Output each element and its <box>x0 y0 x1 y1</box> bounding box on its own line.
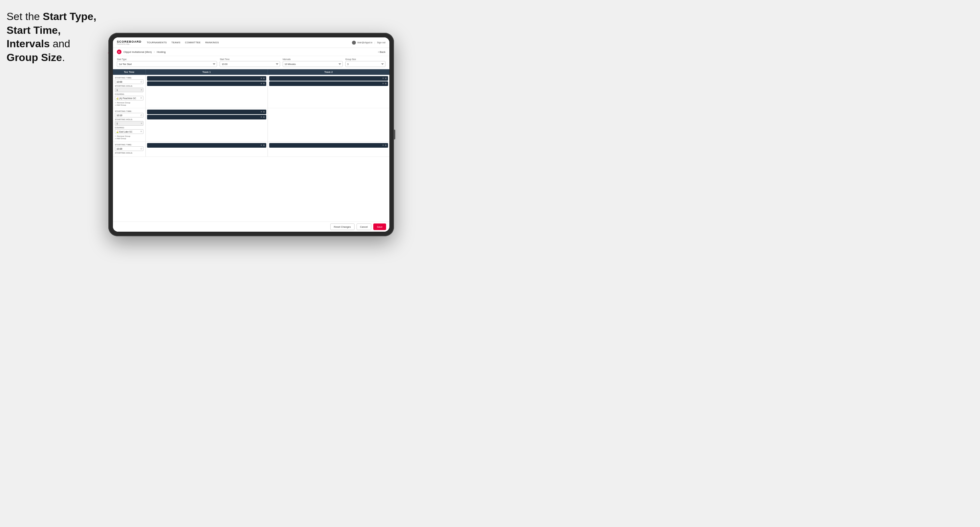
group-size-select[interactable]: 3 2 4 <box>345 61 385 67</box>
bottom-bar: Reset Changes Cancel Save <box>113 222 389 232</box>
team1-col-1: ✕ ⊕ ✕ ⊕ <box>146 75 268 108</box>
logo: SCOREBOARD Powered by clipp... <box>117 40 142 45</box>
tablet-side-button <box>394 130 395 140</box>
nav-items: TOURNAMENTS TEAMS COMMITTEE RANKINGS <box>147 40 352 44</box>
course-remove-1[interactable]: ✕ <box>140 97 142 99</box>
course-icon-2: ⛳ <box>116 130 119 133</box>
course-remove-2[interactable]: ✕ <box>140 130 142 133</box>
brand-icon: C <box>117 49 121 54</box>
player-x-5-1[interactable]: ✕ <box>260 144 262 147</box>
starting-time-input-wrap-2: ⏱ <box>115 113 143 117</box>
team2-col-3: ✕ ⊕ <box>268 142 390 157</box>
breadcrumb-tournament[interactable]: Clippd Invitational (Men) <box>123 51 152 54</box>
starting-time-input-2[interactable] <box>115 113 143 117</box>
group-size-group: Group Size 3 2 4 <box>345 58 385 67</box>
starting-time-label-3: STARTING TIME: <box>115 144 143 146</box>
player-x-3-2[interactable]: ✕ <box>260 116 262 119</box>
back-button[interactable]: ‹ Back <box>378 51 385 54</box>
clock-icon-1: ⏱ <box>140 81 143 83</box>
course-actions-2: ○ Remove Group + Add Group <box>115 135 143 140</box>
course-icon-1: ⛳ <box>116 97 119 99</box>
cancel-button[interactable]: Cancel <box>356 224 371 230</box>
nav-teams[interactable]: TEAMS <box>171 40 180 44</box>
intervals-label: Intervals <box>283 58 343 60</box>
th-tee-time: Tee Time <box>113 69 146 75</box>
player-expand-1-2[interactable]: ⊕ <box>263 83 265 85</box>
start-time-group: Start Time 10:00 10:10 <box>220 58 280 67</box>
player-row-5-1: ✕ ⊕ <box>147 143 266 148</box>
player-expand-3-1[interactable]: ⊕ <box>263 111 265 113</box>
hole-select-wrap-1: 12 ▼ <box>115 87 143 92</box>
player-row-1-2: ✕ ⊕ <box>147 81 266 86</box>
course-name-2: East Lake GC <box>119 130 140 133</box>
clock-icon-3: ⏱ <box>140 148 143 150</box>
player-expand-3-2[interactable]: ⊕ <box>263 116 265 119</box>
sign-out-link[interactable]: Sign out <box>377 41 385 44</box>
team1-col-3: ✕ ⊕ <box>146 142 268 157</box>
starting-hole-label-1: STARTING HOLE: <box>115 85 143 87</box>
remove-group-2[interactable]: ○ Remove Group <box>115 135 143 137</box>
player-row-3-2: ✕ ⊕ <box>147 115 266 119</box>
starting-time-input-1[interactable] <box>115 79 143 84</box>
player-expand-5-1[interactable]: ⊕ <box>263 144 265 147</box>
table-header: Tee Time Team 1 Team 2 <box>113 69 389 75</box>
starting-hole-label-3: STARTING HOLE: <box>115 152 143 154</box>
tee-cell-1: STARTING TIME: ⏱ STARTING HOLE: 12 ▼ COU… <box>113 75 146 108</box>
starting-time-label-2: STARTING TIME: <box>115 110 143 112</box>
nav-tournaments[interactable]: TOURNAMENTS <box>147 40 167 44</box>
starting-time-label-1: STARTING TIME: <box>115 77 143 79</box>
nav-committee[interactable]: COMMITTEE <box>185 40 200 44</box>
tee-row-group-2: STARTING TIME: ⏱ STARTING HOLE: 12 ▼ COU… <box>113 108 389 142</box>
course-name-1: (A) Peachtree GC <box>119 97 140 99</box>
th-team1: Team 1 <box>146 69 268 75</box>
user-email: blair@clippd.io <box>357 41 372 44</box>
player-row-1-1: ✕ ⊕ <box>147 76 266 81</box>
tablet-frame: SCOREBOARD Powered by clipp... TOURNAMEN… <box>108 33 394 236</box>
save-button[interactable]: Save <box>373 224 386 230</box>
player-expand-2-2[interactable]: ⊕ <box>385 83 387 85</box>
add-group-2[interactable]: + Add Group <box>115 138 143 140</box>
player-x-2-2[interactable]: ✕ <box>382 83 384 85</box>
start-type-select[interactable]: 1st Tee Start Shotgun Start <box>117 61 217 67</box>
add-group-1[interactable]: + Add Group <box>115 104 143 106</box>
start-time-label: Start Time <box>220 58 280 60</box>
player-expand-6-1[interactable]: ⊕ <box>385 144 387 147</box>
start-time-select[interactable]: 10:00 10:10 <box>220 61 280 67</box>
starting-time-input-3[interactable] <box>115 146 143 151</box>
nav-right: blair@clippd.io | Sign out <box>352 41 385 44</box>
player-row-3-1: ✕ ⊕ <box>147 110 266 114</box>
player-x-3-1[interactable]: ✕ <box>260 111 262 113</box>
main-content: STARTING TIME: ⏱ STARTING HOLE: 12 ▼ COU… <box>113 75 389 222</box>
intervals-select[interactable]: 10 Minutes 8 Minutes 12 Minutes <box>283 61 343 67</box>
breadcrumb: Clippd Invitational (Men) › Hosting <box>123 51 378 54</box>
tee-row-group-3: STARTING TIME: ⏱ STARTING HOLE: ✕ ⊕ <box>113 142 389 157</box>
team1-col-2: ✕ ⊕ ✕ ⊕ <box>146 108 268 141</box>
starting-time-input-wrap-3: ⏱ <box>115 146 143 151</box>
intervals-group: Intervals 10 Minutes 8 Minutes 12 Minute… <box>283 58 343 67</box>
team2-col-2 <box>268 108 390 141</box>
team2-col-1: ✕ ⊕ ✕ ⊕ <box>268 75 390 108</box>
player-x-2-1[interactable]: ✕ <box>382 77 384 80</box>
player-x-1-2[interactable]: ✕ <box>260 83 262 85</box>
tee-row-group-1: STARTING TIME: ⏱ STARTING HOLE: 12 ▼ COU… <box>113 75 389 108</box>
player-row-2-1: ✕ ⊕ <box>269 76 388 81</box>
hole-select-1[interactable]: 12 <box>115 87 143 92</box>
th-team2: Team 2 <box>268 69 390 75</box>
hole-select-wrap-2: 12 ▼ <box>115 121 143 126</box>
breadcrumb-bar: C Clippd Invitational (Men) › Hosting ‹ … <box>113 48 389 56</box>
reset-changes-button[interactable]: Reset Changes <box>330 224 355 230</box>
course-wrap-1: ⛳ (A) Peachtree GC ✕ <box>115 96 143 100</box>
hole-select-2[interactable]: 12 <box>115 121 143 126</box>
course-label-1: COURSE: <box>115 93 143 95</box>
nav-rankings[interactable]: RANKINGS <box>205 40 219 44</box>
starting-time-input-wrap-1: ⏱ <box>115 79 143 84</box>
player-expand-1-1[interactable]: ⊕ <box>263 77 265 80</box>
top-nav: SCOREBOARD Powered by clipp... TOURNAMEN… <box>113 37 389 48</box>
player-x-6-1[interactable]: ✕ <box>382 144 384 147</box>
player-expand-2-1[interactable]: ⊕ <box>385 77 387 80</box>
start-type-label: Start Type <box>117 58 217 60</box>
start-type-group: Start Type 1st Tee Start Shotgun Start <box>117 58 217 67</box>
player-x-1-1[interactable]: ✕ <box>260 77 262 80</box>
teams-columns-2: ✕ ⊕ ✕ ⊕ <box>146 108 389 141</box>
remove-group-1[interactable]: ○ Remove Group <box>115 102 143 104</box>
